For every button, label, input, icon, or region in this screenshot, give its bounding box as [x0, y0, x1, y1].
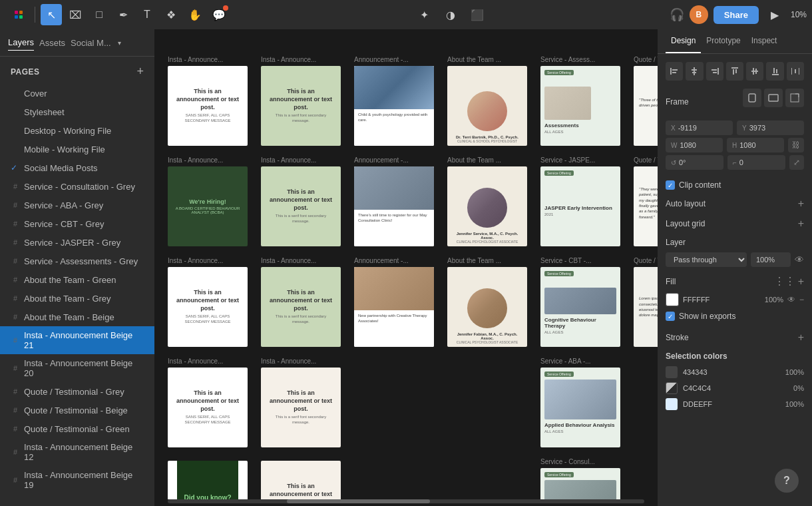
canvas-area[interactable]: Insta - Announce... This is an announcem…: [154, 29, 658, 506]
layer-visibility-btn[interactable]: 👁: [795, 254, 804, 265]
page-item-about-grey[interactable]: # About the Team - Grey: [0, 289, 154, 308]
align-middle-btn[interactable]: [746, 62, 763, 81]
align-left-btn[interactable]: [666, 62, 683, 81]
page-item-announcement-21[interactable]: # Insta - Announcement Beige 21: [0, 326, 154, 354]
frame-card[interactable]: Service - ABA -... Service Offering Appl…: [540, 358, 620, 447]
frame-card[interactable]: Announcement -... There's still time to …: [354, 156, 434, 246]
page-item-about-green[interactable]: # About the Team - Green: [0, 270, 154, 289]
frame-card[interactable]: Service - JASPE... Service Offering JASP…: [540, 156, 620, 246]
comment-tool[interactable]: 💬: [208, 4, 230, 25]
frame-card[interactable]: Service - Assess... Service Offering Ass…: [540, 56, 620, 146]
select-tool[interactable]: ↖: [41, 4, 62, 25]
distribute-h-btn[interactable]: [787, 62, 804, 81]
frame-resize-btn[interactable]: [785, 89, 804, 107]
frame-card[interactable]: Insta - Announce... This is an announcem…: [168, 56, 248, 146]
page-item-assessments[interactable]: # Service - Assessments - Grey: [0, 252, 154, 270]
add-page-button[interactable]: +: [136, 65, 144, 79]
frame-card[interactable]: Insta - Announce... This is an announcem…: [261, 56, 341, 146]
align-right-btn[interactable]: [706, 62, 723, 81]
add-stroke-btn[interactable]: +: [798, 332, 804, 344]
frame-card[interactable]: Insta - Announce... This is an announcem…: [261, 156, 341, 246]
frame-card[interactable]: Insta - Announce... We're Hiring! A BOAR…: [168, 156, 248, 246]
color-dot-3[interactable]: [666, 398, 678, 410]
page-item-cbt[interactable]: # Service - CBT - Grey: [0, 214, 154, 233]
expand-corners-btn[interactable]: ⤢: [789, 155, 804, 170]
align-center-btn[interactable]: [686, 62, 703, 81]
frame-card[interactable]: Quote / Testimo... "They were absolutely…: [634, 156, 658, 246]
tab-layers[interactable]: Layers: [8, 35, 34, 51]
page-item-announcement-12[interactable]: # Insta - Announcement Beige 12: [0, 438, 154, 466]
h-field[interactable]: H 1080: [727, 138, 784, 152]
opacity-field[interactable]: 100%: [751, 252, 791, 267]
multiplay-icon[interactable]: ⬛: [467, 4, 488, 25]
fill-color-swatch[interactable]: [666, 293, 679, 306]
page-item-aba[interactable]: # Service - ABA - Grey: [0, 196, 154, 214]
home-button[interactable]: [8, 4, 29, 25]
frame-card[interactable]: About the Team ... Jennifer Service, M.A…: [447, 156, 527, 246]
frame-card[interactable]: Insta - Announce... This is an announcem…: [261, 257, 341, 347]
frame-card[interactable]: Insta - Announce... This is an announcem…: [261, 358, 341, 447]
frame-card[interactable]: Announcement -... New partnership with C…: [354, 257, 434, 347]
page-item-quote-beige[interactable]: # Quote / Testimonial - Beige: [0, 401, 154, 419]
canvas-scrollbar[interactable]: [154, 499, 658, 506]
page-item-consultation[interactable]: # Service - Consultation - Grey: [0, 177, 154, 196]
frame-card[interactable]: Quote / Testimo... "Three of the most co…: [634, 56, 658, 146]
plugin-icon[interactable]: ✦: [413, 4, 435, 25]
y-field[interactable]: Y 3973: [737, 121, 804, 135]
color-dot-2[interactable]: [666, 382, 678, 394]
show-exports-checkbox[interactable]: ✓: [666, 312, 675, 321]
share-button[interactable]: Share: [713, 6, 759, 24]
w-field[interactable]: W 1080: [666, 138, 723, 152]
page-item-desktop[interactable]: Desktop - Working File: [0, 121, 154, 140]
align-bottom-btn[interactable]: [766, 62, 783, 81]
x-field[interactable]: X -9119: [666, 121, 733, 135]
theme-toggle[interactable]: ◑: [440, 4, 461, 25]
add-auto-layout-btn[interactable]: +: [798, 198, 804, 210]
frame-card[interactable]: Insta - Announce... This is an announcem…: [168, 257, 248, 347]
page-item-quote-grey[interactable]: # Quote / Testimonial - Grey: [0, 382, 154, 401]
page-item-social[interactable]: ✓ Social Media Posts: [0, 158, 154, 177]
zoom-level[interactable]: 10%: [791, 10, 807, 19]
page-item-jasper[interactable]: # Service - JASPER - Grey: [0, 233, 154, 252]
pen-tool[interactable]: ✒: [112, 4, 134, 25]
blend-mode-select[interactable]: Pass through: [666, 252, 747, 267]
fill-remove-btn[interactable]: −: [799, 295, 804, 304]
tab-assets[interactable]: Assets: [39, 35, 65, 51]
frame-desktop-btn[interactable]: [764, 89, 783, 107]
frame-card[interactable]: Insta - Announce... This is an announcem…: [168, 358, 248, 447]
constrain-proportions-btn[interactable]: ⛓: [788, 138, 804, 152]
text-tool[interactable]: T: [136, 4, 158, 25]
tab-social[interactable]: Social M...: [71, 35, 111, 51]
corner-field[interactable]: ⌐ 0: [727, 155, 785, 170]
add-fill-btn[interactable]: +: [798, 275, 804, 288]
component-tool[interactable]: ❖: [160, 4, 182, 25]
frame-card[interactable]: About the Team ... Jennifer Fabian, M.A.…: [447, 257, 527, 347]
page-item-announcement-20[interactable]: # Insta - Announcement Beige 20: [0, 354, 154, 382]
tab-design[interactable]: Design: [666, 29, 701, 53]
align-top-btn[interactable]: [726, 62, 743, 81]
frame-card[interactable]: Announcement -... Child & youth psycholo…: [354, 56, 434, 146]
fill-visible-btn[interactable]: 👁: [787, 295, 795, 304]
add-layout-grid-btn[interactable]: +: [798, 218, 804, 230]
tab-prototype[interactable]: Prototype: [701, 29, 745, 53]
tab-inspect[interactable]: Inspect: [746, 29, 783, 53]
page-item-announcement-19[interactable]: # Insta - Announcement Beige 19: [0, 466, 154, 494]
frame-card[interactable]: Quote / Testimo... Lorem ipsum dolor sit…: [634, 257, 658, 347]
page-item-quote-green[interactable]: # Quote / Testimonial - Green: [0, 419, 154, 438]
help-button[interactable]: ?: [775, 469, 799, 493]
frame-tool[interactable]: ⌧: [65, 4, 86, 25]
frame-card[interactable]: About the Team ... Dr. Terri Bartnik, Ph…: [447, 56, 527, 146]
page-item-about-beige[interactable]: # About the Team - Beige: [0, 308, 154, 326]
play-button[interactable]: ▶: [764, 4, 785, 25]
fill-options-btn[interactable]: ⋮⋮: [774, 275, 795, 288]
hand-tool[interactable]: ✋: [184, 4, 206, 25]
page-item-stylesheet[interactable]: Stylesheet: [0, 103, 154, 121]
page-item-mobile[interactable]: Mobile - Working File: [0, 140, 154, 158]
frame-card[interactable]: Service - CBT -... Service Offering Cogn…: [540, 257, 620, 347]
rotation-field[interactable]: ↺ 0°: [666, 155, 723, 170]
color-dot-1[interactable]: [666, 366, 678, 378]
page-item-cover[interactable]: Cover: [0, 84, 154, 103]
frame-mobile-btn[interactable]: [743, 89, 761, 107]
shape-tool[interactable]: □: [89, 4, 110, 25]
clip-content-checkbox[interactable]: ✓: [666, 180, 675, 190]
